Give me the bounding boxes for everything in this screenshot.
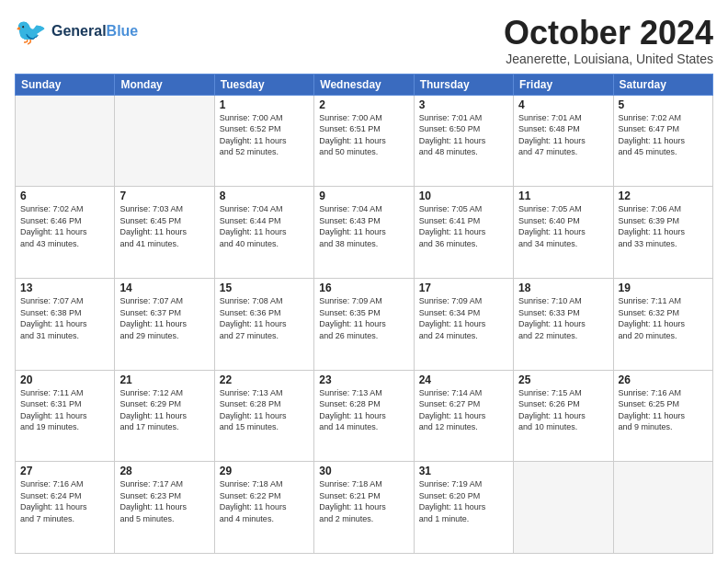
day-info: Sunrise: 7:11 AM Sunset: 6:32 PM Dayligh…	[619, 295, 708, 341]
day-number: 8	[220, 190, 309, 202]
calendar-cell: 1Sunrise: 7:00 AM Sunset: 6:52 PM Daylig…	[214, 95, 313, 187]
calendar-table: SundayMondayTuesdayWednesdayThursdayFrid…	[15, 74, 713, 554]
day-number: 13	[20, 282, 109, 294]
calendar-cell: 4Sunrise: 7:01 AM Sunset: 6:48 PM Daylig…	[514, 95, 613, 187]
weekday-header-sunday: Sunday	[16, 74, 115, 95]
day-info: Sunrise: 7:02 AM Sunset: 6:46 PM Dayligh…	[20, 203, 109, 249]
calendar-cell: 9Sunrise: 7:04 AM Sunset: 6:43 PM Daylig…	[314, 187, 414, 279]
day-info: Sunrise: 7:03 AM Sunset: 6:45 PM Dayligh…	[119, 203, 209, 249]
weekday-header-wednesday: Wednesday	[314, 74, 414, 95]
day-info: Sunrise: 7:10 AM Sunset: 6:33 PM Dayligh…	[518, 295, 608, 341]
day-number: 24	[419, 373, 508, 386]
day-number: 28	[119, 465, 209, 477]
header: 🐦 GeneralBlue October 2024 Jeanerette, L…	[15, 15, 713, 66]
month-title: October 2024	[504, 15, 713, 52]
calendar-cell: 22Sunrise: 7:13 AM Sunset: 6:28 PM Dayli…	[214, 370, 313, 462]
calendar-cell: 24Sunrise: 7:14 AM Sunset: 6:27 PM Dayli…	[414, 370, 513, 462]
calendar-cell: 30Sunrise: 7:18 AM Sunset: 6:21 PM Dayli…	[314, 462, 414, 554]
weekday-header-saturday: Saturday	[613, 74, 712, 95]
calendar-cell: 19Sunrise: 7:11 AM Sunset: 6:32 PM Dayli…	[613, 278, 712, 370]
day-info: Sunrise: 7:14 AM Sunset: 6:27 PM Dayligh…	[419, 387, 508, 433]
day-number: 25	[518, 373, 608, 386]
day-number: 12	[619, 190, 708, 202]
day-info: Sunrise: 7:19 AM Sunset: 6:20 PM Dayligh…	[419, 478, 508, 524]
calendar-cell: 5Sunrise: 7:02 AM Sunset: 6:47 PM Daylig…	[613, 95, 712, 187]
week-row-3: 13Sunrise: 7:07 AM Sunset: 6:38 PM Dayli…	[16, 278, 713, 370]
weekday-header-monday: Monday	[115, 74, 214, 95]
week-row-5: 27Sunrise: 7:16 AM Sunset: 6:24 PM Dayli…	[16, 462, 713, 554]
calendar-cell: 28Sunrise: 7:17 AM Sunset: 6:23 PM Dayli…	[115, 462, 214, 554]
calendar-cell: 20Sunrise: 7:11 AM Sunset: 6:31 PM Dayli…	[16, 370, 115, 462]
logo-blue: Blue	[107, 23, 139, 39]
calendar-cell: 25Sunrise: 7:15 AM Sunset: 6:26 PM Dayli…	[514, 370, 613, 462]
day-info: Sunrise: 7:07 AM Sunset: 6:38 PM Dayligh…	[20, 295, 109, 341]
calendar-cell: 6Sunrise: 7:02 AM Sunset: 6:46 PM Daylig…	[16, 187, 115, 279]
calendar-cell: 21Sunrise: 7:12 AM Sunset: 6:29 PM Dayli…	[115, 370, 214, 462]
day-number: 2	[319, 98, 408, 111]
weekday-header-friday: Friday	[514, 74, 613, 95]
logo-bird-icon: 🐦	[15, 15, 48, 48]
day-info: Sunrise: 7:05 AM Sunset: 6:40 PM Dayligh…	[518, 203, 608, 249]
day-info: Sunrise: 7:07 AM Sunset: 6:37 PM Dayligh…	[119, 295, 209, 341]
day-info: Sunrise: 7:09 AM Sunset: 6:34 PM Dayligh…	[419, 295, 508, 341]
day-info: Sunrise: 7:18 AM Sunset: 6:21 PM Dayligh…	[319, 478, 408, 524]
calendar-cell: 17Sunrise: 7:09 AM Sunset: 6:34 PM Dayli…	[414, 278, 513, 370]
day-info: Sunrise: 7:02 AM Sunset: 6:47 PM Dayligh…	[619, 112, 708, 158]
day-info: Sunrise: 7:09 AM Sunset: 6:35 PM Dayligh…	[319, 295, 408, 341]
calendar-cell: 15Sunrise: 7:08 AM Sunset: 6:36 PM Dayli…	[214, 278, 313, 370]
calendar-cell: 27Sunrise: 7:16 AM Sunset: 6:24 PM Dayli…	[16, 462, 115, 554]
day-info: Sunrise: 7:13 AM Sunset: 6:28 PM Dayligh…	[319, 387, 408, 433]
svg-text:🐦: 🐦	[15, 17, 47, 47]
calendar-cell	[514, 462, 613, 554]
day-number: 15	[220, 282, 309, 294]
location: Jeanerette, Louisiana, United States	[504, 52, 713, 66]
day-info: Sunrise: 7:11 AM Sunset: 6:31 PM Dayligh…	[20, 387, 109, 433]
calendar-cell: 14Sunrise: 7:07 AM Sunset: 6:37 PM Dayli…	[115, 278, 214, 370]
day-info: Sunrise: 7:12 AM Sunset: 6:29 PM Dayligh…	[119, 387, 209, 433]
day-number: 5	[619, 98, 708, 111]
day-number: 10	[419, 190, 508, 202]
calendar-cell: 10Sunrise: 7:05 AM Sunset: 6:41 PM Dayli…	[414, 187, 513, 279]
calendar-cell: 23Sunrise: 7:13 AM Sunset: 6:28 PM Dayli…	[314, 370, 414, 462]
week-row-4: 20Sunrise: 7:11 AM Sunset: 6:31 PM Dayli…	[16, 370, 713, 462]
day-number: 4	[518, 98, 608, 111]
calendar-cell: 13Sunrise: 7:07 AM Sunset: 6:38 PM Dayli…	[16, 278, 115, 370]
day-info: Sunrise: 7:13 AM Sunset: 6:28 PM Dayligh…	[220, 387, 309, 433]
week-row-2: 6Sunrise: 7:02 AM Sunset: 6:46 PM Daylig…	[16, 187, 713, 279]
day-number: 22	[220, 373, 309, 386]
calendar-cell: 31Sunrise: 7:19 AM Sunset: 6:20 PM Dayli…	[414, 462, 513, 554]
title-section: October 2024 Jeanerette, Louisiana, Unit…	[504, 15, 713, 66]
day-number: 21	[119, 373, 209, 386]
day-number: 23	[319, 373, 408, 386]
calendar-cell: 26Sunrise: 7:16 AM Sunset: 6:25 PM Dayli…	[613, 370, 712, 462]
calendar-cell: 7Sunrise: 7:03 AM Sunset: 6:45 PM Daylig…	[115, 187, 214, 279]
day-number: 7	[119, 190, 209, 202]
day-number: 27	[20, 465, 109, 477]
day-number: 26	[619, 373, 708, 386]
day-number: 16	[319, 282, 408, 294]
calendar-cell	[16, 95, 115, 187]
calendar-cell: 16Sunrise: 7:09 AM Sunset: 6:35 PM Dayli…	[314, 278, 414, 370]
day-info: Sunrise: 7:01 AM Sunset: 6:48 PM Dayligh…	[518, 112, 608, 158]
day-number: 9	[319, 190, 408, 202]
calendar-cell: 29Sunrise: 7:18 AM Sunset: 6:22 PM Dayli…	[214, 462, 313, 554]
calendar-cell: 12Sunrise: 7:06 AM Sunset: 6:39 PM Dayli…	[613, 187, 712, 279]
day-info: Sunrise: 7:01 AM Sunset: 6:50 PM Dayligh…	[419, 112, 508, 158]
day-number: 3	[419, 98, 508, 111]
day-info: Sunrise: 7:00 AM Sunset: 6:51 PM Dayligh…	[319, 112, 408, 158]
day-info: Sunrise: 7:15 AM Sunset: 6:26 PM Dayligh…	[518, 387, 608, 433]
weekday-header-tuesday: Tuesday	[214, 74, 313, 95]
day-number: 29	[220, 465, 309, 477]
page: 🐦 GeneralBlue October 2024 Jeanerette, L…	[0, 0, 728, 563]
calendar-cell	[613, 462, 712, 554]
day-number: 18	[518, 282, 608, 294]
day-info: Sunrise: 7:16 AM Sunset: 6:24 PM Dayligh…	[20, 478, 109, 524]
calendar-cell: 2Sunrise: 7:00 AM Sunset: 6:51 PM Daylig…	[314, 95, 414, 187]
calendar-cell: 8Sunrise: 7:04 AM Sunset: 6:44 PM Daylig…	[214, 187, 313, 279]
day-info: Sunrise: 7:16 AM Sunset: 6:25 PM Dayligh…	[619, 387, 708, 433]
day-info: Sunrise: 7:04 AM Sunset: 6:44 PM Dayligh…	[220, 203, 309, 249]
logo-general: General	[51, 23, 107, 39]
day-number: 14	[119, 282, 209, 294]
day-number: 11	[518, 190, 608, 202]
day-info: Sunrise: 7:00 AM Sunset: 6:52 PM Dayligh…	[220, 112, 309, 158]
